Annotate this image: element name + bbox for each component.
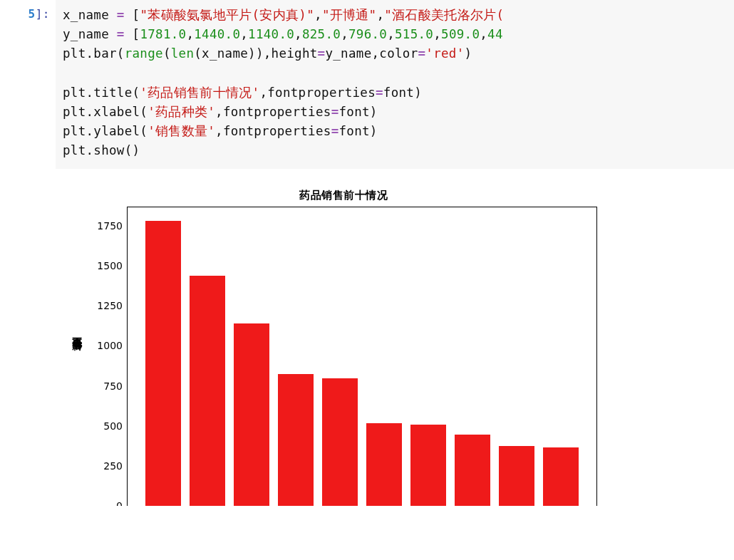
y-tick-label: 250 xyxy=(103,460,123,472)
y-tick-mark xyxy=(127,226,128,227)
y-tick-mark xyxy=(127,386,128,388)
bar xyxy=(410,425,446,506)
y-tick-label: 500 xyxy=(103,420,123,432)
bar-slot xyxy=(362,207,406,506)
code-editor[interactable]: x_name = ["苯磺酸氨氯地平片(安内真)","开博通","酒石酸美托洛尔… xyxy=(56,0,734,169)
bar-slot xyxy=(539,207,583,506)
bar-slot xyxy=(495,207,539,506)
y-tick-label: 1500 xyxy=(97,260,123,271)
bar xyxy=(366,423,402,506)
bars-container xyxy=(128,207,596,506)
bar-slot xyxy=(450,207,495,506)
bar xyxy=(145,221,181,506)
plot-area xyxy=(127,207,597,506)
bar-slot xyxy=(406,207,450,506)
bar xyxy=(499,446,534,506)
cell-output: 药品销售前十情况 销售数量 02505007501000125015001750 xyxy=(56,169,734,506)
y-axis-label-slot: 销售数量 xyxy=(66,207,87,506)
prompt-suffix: ]: xyxy=(36,7,50,21)
y-tick-label: 750 xyxy=(103,380,123,392)
bar-chart: 药品销售前十情况 销售数量 02505007501000125015001750 xyxy=(66,189,621,506)
chart-title: 药品销售前十情况 xyxy=(66,189,621,202)
bar xyxy=(278,374,314,506)
bar-slot xyxy=(274,207,318,506)
y-axis-label: 销售数量 xyxy=(70,353,83,359)
bar-slot xyxy=(141,207,185,506)
y-tick-label: 1750 xyxy=(97,220,123,232)
code-cell: 5]: x_name = ["苯磺酸氨氯地平片(安内真)","开博通","酒石酸… xyxy=(0,0,734,169)
y-tick-label: 1250 xyxy=(97,300,123,311)
bar xyxy=(543,447,579,506)
y-tick-mark xyxy=(127,346,128,348)
y-tick-mark xyxy=(127,426,128,427)
bar xyxy=(322,378,358,506)
y-axis-ticks: 02505007501000125015001750 xyxy=(87,207,127,506)
bar-slot xyxy=(229,207,274,506)
prompt-number: 5 xyxy=(29,7,36,21)
bar xyxy=(234,323,269,506)
y-tick-label: 0 xyxy=(116,500,123,506)
bar-slot xyxy=(318,207,362,506)
y-tick-mark xyxy=(127,466,128,467)
y-tick-mark xyxy=(127,266,128,267)
bar-slot xyxy=(185,207,229,506)
y-tick-label: 1000 xyxy=(97,340,123,351)
bar xyxy=(190,276,225,506)
y-tick-mark xyxy=(127,306,128,308)
bar xyxy=(455,435,490,506)
input-prompt: 5]: xyxy=(0,0,56,21)
